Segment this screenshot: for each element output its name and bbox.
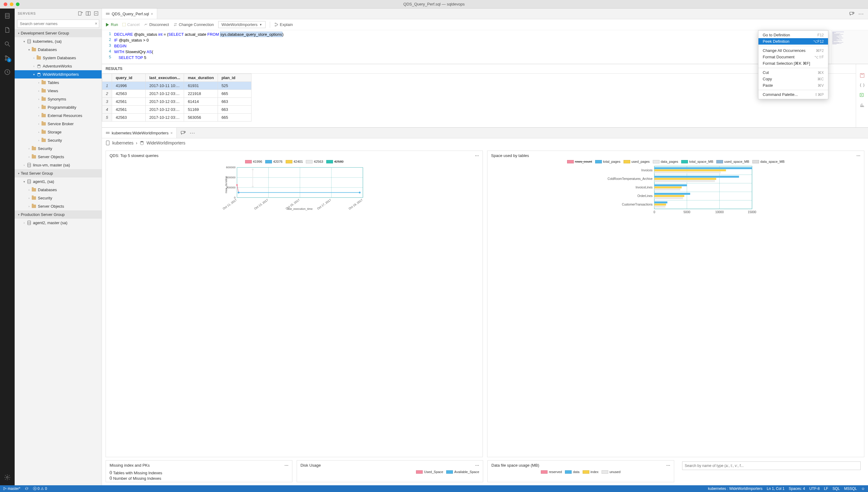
errors-status[interactable]: ⓧ 0 ⚠ 0	[33, 486, 47, 491]
tree-item[interactable]: ›Tables	[15, 78, 102, 87]
legend-item[interactable]: data_pages	[653, 160, 679, 164]
legend-item[interactable]: unused	[602, 470, 621, 474]
explain-button[interactable]: Explain	[274, 22, 293, 27]
context-menu-item[interactable]: Peek Definition⌥F12	[758, 38, 828, 45]
indentation-status[interactable]: Spaces: 4	[789, 487, 805, 491]
maximize-window-icon[interactable]	[16, 2, 20, 6]
connection-status[interactable]: kubernetes : WideWorldImporters	[708, 487, 763, 491]
new-group-icon[interactable]	[86, 11, 90, 16]
legend-item[interactable]: data_space_MB	[752, 160, 785, 164]
context-menu-item[interactable]: Format Document⌥⇧F	[758, 54, 828, 60]
change-connection-button[interactable]: Change Connection	[173, 22, 214, 27]
legend-item[interactable]: used_pages	[624, 160, 650, 164]
legend-item[interactable]: 42580	[326, 160, 344, 164]
tree-item[interactable]: ›Server Objects	[15, 153, 102, 161]
tree-item[interactable]: ›Synonyms	[15, 95, 102, 103]
legend-item[interactable]: index	[583, 470, 599, 474]
search-servers-input[interactable]	[17, 20, 99, 28]
legend-item[interactable]: rows_count	[567, 160, 592, 164]
legend-item[interactable]: 42563	[306, 160, 323, 164]
search-icon[interactable]	[4, 40, 11, 48]
legend-item[interactable]: total_space_MB	[681, 160, 713, 164]
object-search-input[interactable]	[682, 462, 861, 470]
database-selector[interactable]: WideWorldImporters▼	[218, 21, 265, 28]
new-connection-icon[interactable]	[78, 11, 83, 16]
minimize-window-icon[interactable]	[10, 2, 14, 6]
tree-item[interactable]: ›Storage	[15, 128, 102, 136]
close-tab-icon[interactable]: ×	[170, 131, 173, 135]
context-menu-item[interactable]: Change All Occurrences⌘F2	[758, 47, 828, 54]
breadcrumb-server[interactable]: kubernetes	[112, 141, 133, 145]
tree-item[interactable]: ›Security	[15, 136, 102, 144]
collapse-all-icon[interactable]	[94, 11, 99, 16]
disconnect-button[interactable]: Disconnect	[144, 22, 169, 27]
chart-icon[interactable]	[860, 102, 865, 107]
tree-item[interactable]: ▾WideWorldImporters	[15, 70, 102, 78]
save-excel-icon[interactable]	[860, 92, 865, 98]
breadcrumb-db[interactable]: WideWorldImporters	[147, 141, 185, 145]
language-status[interactable]: SQL	[833, 487, 840, 491]
eol-status[interactable]: LF	[824, 487, 828, 491]
legend-item[interactable]: used_space_MB	[716, 160, 749, 164]
legend-item[interactable]: total_pages	[595, 160, 621, 164]
widget-more-icon[interactable]: ⋯	[666, 463, 670, 468]
widget-more-icon[interactable]: ⋯	[475, 463, 479, 468]
close-tab-icon[interactable]: ×	[151, 11, 153, 16]
widget-more-icon[interactable]: ⋯	[285, 463, 288, 468]
legend-item[interactable]: reserved	[541, 470, 562, 474]
tree-item[interactable]: ›AdventureWorks	[15, 62, 102, 70]
clear-search-icon[interactable]: ×	[95, 21, 97, 26]
tree-item[interactable]: ▾kubernetes, (sa)	[15, 37, 102, 46]
widget-more-icon[interactable]: ⋯	[857, 153, 860, 158]
feedback-icon[interactable]	[849, 11, 854, 17]
more-icon[interactable]: ⋯	[189, 129, 195, 136]
run-button[interactable]: Run	[106, 22, 118, 27]
servers-icon[interactable]	[4, 12, 11, 20]
code-editor[interactable]: 12345 DECLARE @qds_status int = (SELECT …	[102, 30, 868, 64]
tree-item[interactable]: ›agent2, master (sa)	[15, 219, 102, 227]
context-menu-item[interactable]: Cut⌘X	[758, 69, 828, 76]
legend-item[interactable]: 41996	[245, 160, 262, 164]
tab-dashboard[interactable]: kubernetes:WideWorldImporters ×	[102, 128, 177, 138]
tree-item[interactable]: ›System Databases	[15, 54, 102, 62]
tree-item[interactable]: ›Server Objects	[15, 202, 102, 211]
tree-group[interactable]: ▾Production Server Group	[15, 211, 102, 219]
tree-group[interactable]: ▾Development Server Group	[15, 29, 102, 37]
provider-status[interactable]: MSSQL	[844, 487, 857, 491]
tree-item[interactable]: ›linux-vm, master (sa)	[15, 161, 102, 169]
legend-item[interactable]: data	[565, 470, 579, 474]
branch-status[interactable]: master*	[3, 487, 21, 491]
tab-query-file[interactable]: QDS_Query_Perf.sql ×	[102, 8, 157, 19]
context-menu-item[interactable]: Format Selection [⌘K ⌘F]	[758, 60, 828, 67]
save-json-icon[interactable]	[860, 82, 865, 88]
source-control-icon[interactable]: 1	[4, 54, 11, 62]
file-icon[interactable]	[4, 26, 11, 33]
save-csv-icon[interactable]	[860, 73, 865, 78]
feedback-smile-icon[interactable]: ☺	[861, 487, 865, 491]
tree-group[interactable]: ▾Test Server Group	[15, 169, 102, 177]
feedback-icon[interactable]	[180, 130, 186, 136]
context-menu-item[interactable]: Go to DefinitionF12	[758, 32, 828, 38]
tree-item[interactable]: ▾Databases	[15, 46, 102, 54]
settings-icon[interactable]	[4, 474, 11, 481]
tree-item[interactable]: ›External Resources	[15, 112, 102, 120]
results-grid[interactable]: query_idlast_execution...max_durationpla…	[102, 74, 856, 127]
tree-item[interactable]: ›Databases	[15, 186, 102, 194]
widget-more-icon[interactable]: ⋯	[475, 153, 479, 158]
minimap[interactable]: ▬▬▬▬▬▬▬▬▬▬▬▬▬▬▬▬▬▬▬▬▬▬▬▬▬▬▬▬▬▬▬▬▬▬▬▬▬▬▬▬…	[832, 30, 868, 64]
context-menu-item[interactable]: Copy⌘C	[758, 76, 828, 82]
tree-item[interactable]: ›Views	[15, 87, 102, 95]
tree-item[interactable]: ›Service Broker	[15, 120, 102, 128]
legend-item[interactable]: 42401	[286, 160, 303, 164]
encoding-status[interactable]: UTF-8	[809, 487, 820, 491]
tree-item[interactable]: ›Security	[15, 144, 102, 153]
tree-item[interactable]: ›Programmability	[15, 103, 102, 112]
context-menu-item[interactable]: Command Palette...⇧⌘P	[758, 91, 828, 98]
legend-item[interactable]: 42076	[265, 160, 283, 164]
cancel-button[interactable]: Cancel	[123, 22, 139, 27]
tree-item[interactable]: ›Security	[15, 194, 102, 202]
tree-item[interactable]: ▾agent1, (sa)	[15, 177, 102, 186]
history-icon[interactable]	[4, 68, 11, 76]
sync-status[interactable]	[25, 487, 29, 491]
close-window-icon[interactable]	[4, 2, 7, 6]
